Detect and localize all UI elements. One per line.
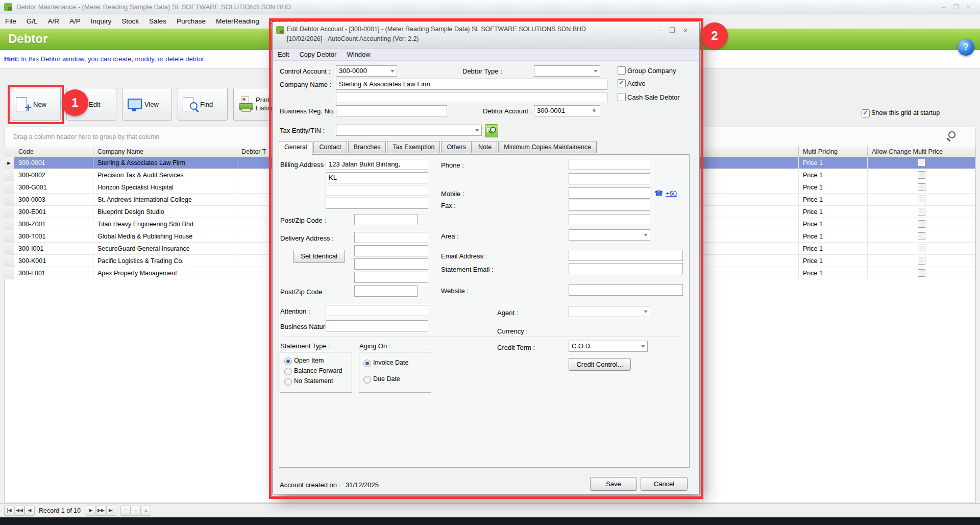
cell-multi-pricing[interactable]: Price 1 [799, 169, 868, 181]
grid-header-company[interactable]: Company Name [93, 147, 237, 157]
mobile-country-link[interactable]: +60 [666, 189, 677, 197]
help-icon[interactable]: ? [958, 39, 974, 56]
tab-general[interactable]: General [279, 141, 312, 155]
allow-change-checkbox[interactable] [918, 257, 925, 265]
delivery-address-input-4[interactable] [354, 272, 428, 283]
cell-company[interactable]: Titan Heavy Engineering Sdn Bhd [93, 218, 237, 230]
business-reg-input[interactable] [336, 105, 447, 116]
credit-control-button[interactable]: Credit Control... [569, 358, 631, 371]
menu-gl[interactable]: G/L [21, 14, 43, 29]
cell-code[interactable]: 300-I001 [14, 243, 93, 255]
open-item-radio[interactable] [284, 357, 292, 365]
allow-change-checkbox[interactable] [918, 159, 925, 166]
cell-multi-pricing[interactable]: Price 1 [799, 267, 868, 279]
nav-prev-page-icon[interactable]: ◀◀ [14, 506, 24, 516]
delivery-address-input-3[interactable] [354, 258, 428, 270]
cell-multi-pricing[interactable]: Price 1 [799, 181, 868, 194]
delivery-address-input-1[interactable] [354, 232, 428, 243]
minimize-icon[interactable]: – [938, 4, 949, 11]
mobile-input[interactable] [569, 187, 650, 199]
billing-address-input-4[interactable] [326, 198, 428, 209]
dialog-menu-edit[interactable]: Edit [273, 49, 294, 61]
debtor-type-select[interactable] [534, 65, 600, 77]
nav-edit-icon[interactable]: ▲ [141, 506, 151, 516]
website-input[interactable] [569, 284, 683, 296]
search-icon[interactable] [948, 131, 955, 138]
find-button[interactable]: Find [178, 88, 228, 121]
tab-note[interactable]: Note [473, 141, 497, 153]
email-address-input[interactable] [569, 250, 683, 261]
set-identical-button[interactable]: Set Identical [293, 250, 345, 263]
phone-input-1[interactable] [569, 159, 650, 170]
allow-change-checkbox[interactable] [918, 183, 925, 191]
nav-first-icon[interactable]: |◀ [4, 506, 14, 516]
nav-last-icon[interactable]: ▶| [106, 506, 116, 516]
menu-inquiry[interactable]: Inquiry [86, 14, 117, 29]
due-date-radio[interactable] [363, 376, 371, 384]
debtor-account-plus-icon[interactable]: + [592, 106, 596, 114]
tin-search-button[interactable]: D [485, 124, 498, 137]
grid-header-code[interactable]: Code [14, 147, 93, 157]
maximize-icon[interactable]: ❐ [950, 4, 962, 11]
agent-select[interactable] [569, 306, 650, 317]
tab-others[interactable]: Others [441, 141, 472, 153]
cell-company[interactable]: Precision Tax & Audit Services [93, 169, 237, 181]
close-icon[interactable]: × [963, 4, 974, 11]
cell-company[interactable]: Apex Property Management [93, 267, 237, 279]
cell-code[interactable]: 300-0002 [14, 169, 93, 181]
menu-ar[interactable]: A/R [43, 14, 65, 29]
cell-code[interactable]: 300-L001 [14, 267, 93, 279]
cell-company[interactable]: SecureGuard General Insurance [93, 243, 237, 255]
cell-allow-change[interactable] [868, 157, 975, 169]
cell-code[interactable]: 300-T001 [14, 230, 93, 243]
allow-change-checkbox[interactable] [918, 171, 925, 179]
attention-input[interactable] [326, 305, 428, 316]
cell-multi-pricing[interactable]: Price 1 [799, 194, 868, 206]
tab-contact[interactable]: Contact [313, 141, 347, 153]
dialog-close-icon[interactable]: × [680, 27, 691, 35]
cell-company[interactable]: Blueprint Design Studio [93, 206, 237, 218]
menu-file[interactable]: File [0, 14, 21, 29]
statement-email-input[interactable] [569, 263, 683, 274]
cell-code[interactable]: 300-K001 [14, 255, 93, 267]
nav-append-icon[interactable]: + [120, 506, 131, 516]
invoice-date-radio[interactable] [363, 360, 371, 367]
menu-meterreading[interactable]: MeterReading [211, 14, 264, 29]
cell-multi-pricing[interactable]: Price 1 [799, 218, 868, 230]
cell-multi-pricing[interactable]: Price 1 [799, 243, 868, 255]
grid-header-multi-pricing[interactable]: Multi Pricing [799, 147, 868, 157]
dialog-menu-copy-debtor[interactable]: Copy Debtor [294, 49, 341, 61]
menu-ap[interactable]: A/P [64, 14, 86, 29]
company-name2-input[interactable] [336, 92, 607, 103]
menu-stock[interactable]: Stock [116, 14, 144, 29]
allow-change-checkbox[interactable] [918, 245, 925, 252]
tax-entity-select[interactable] [336, 125, 482, 136]
allow-change-checkbox[interactable] [918, 220, 925, 228]
cell-multi-pricing[interactable]: Price 1 [799, 206, 868, 218]
billing-address-input-3[interactable] [326, 185, 428, 196]
menu-sales[interactable]: Sales [144, 14, 172, 29]
cell-code[interactable]: 300-Z001 [14, 218, 93, 230]
cell-code[interactable]: 300-0003 [14, 194, 93, 206]
billing-address-input-2[interactable]: KL [326, 172, 428, 183]
cell-company[interactable]: Horizon Specialist Hospital [93, 181, 237, 194]
tab-minimum-copies[interactable]: Minimum Copies Maintainence [498, 141, 597, 153]
phone-input-2[interactable] [569, 173, 650, 184]
area-select[interactable] [569, 229, 650, 241]
cell-code[interactable]: 300-0001 [14, 157, 93, 169]
allow-change-checkbox[interactable] [918, 269, 925, 277]
delivery-address-input-2[interactable] [354, 245, 428, 256]
cash-sale-debtor-checkbox[interactable] [618, 93, 626, 101]
cell-multi-pricing[interactable]: Price 1 [799, 157, 868, 169]
nav-prev-icon[interactable]: ◀ [24, 506, 35, 516]
business-nature-input[interactable] [326, 320, 428, 331]
cell-multi-pricing[interactable]: Price 1 [799, 230, 868, 243]
group-company-checkbox[interactable] [618, 66, 626, 75]
cell-company[interactable]: Sterling & Associates Law Firm [93, 157, 237, 169]
active-checkbox[interactable] [618, 79, 626, 87]
dialog-menu-window[interactable]: Window [341, 49, 375, 61]
company-name-input[interactable]: Sterling & Associates Law Firm [336, 79, 607, 90]
post-zip-input[interactable] [354, 214, 418, 225]
cell-code[interactable]: 300-G001 [14, 181, 93, 194]
tab-branches[interactable]: Branches [348, 141, 386, 153]
